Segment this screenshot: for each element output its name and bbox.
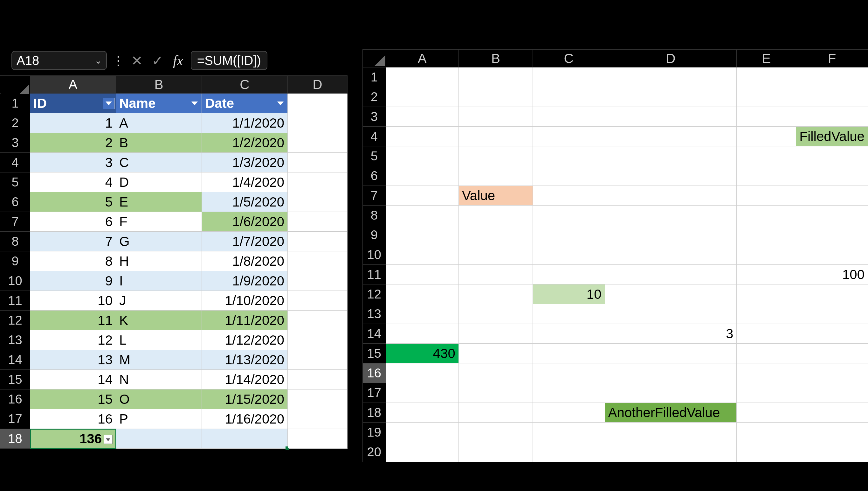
cell[interactable] [605, 107, 737, 127]
cell[interactable] [737, 265, 796, 285]
row-header[interactable]: 20 [363, 442, 386, 462]
column-header-F[interactable]: F [796, 50, 868, 67]
row-header[interactable]: 1 [0, 93, 30, 113]
row-header[interactable]: 8 [0, 232, 30, 251]
cell[interactable] [533, 423, 605, 442]
cell[interactable] [533, 304, 605, 324]
cell[interactable] [386, 146, 459, 166]
column-header-A[interactable]: A [30, 76, 116, 93]
cell[interactable] [737, 364, 796, 383]
row-header[interactable]: 4 [363, 127, 386, 146]
cell[interactable]: 1 [30, 113, 116, 133]
cell[interactable] [386, 403, 459, 423]
cell[interactable]: AnotherFilledValue [605, 403, 737, 423]
select-all-corner[interactable] [1, 77, 30, 94]
cell[interactable] [386, 324, 459, 344]
cell[interactable] [288, 172, 347, 192]
cell[interactable] [386, 166, 459, 186]
cell[interactable]: 8 [30, 251, 116, 271]
cell[interactable]: 11 [30, 311, 116, 330]
cell[interactable] [737, 87, 796, 107]
cell[interactable] [459, 67, 533, 87]
cell[interactable]: 7 [30, 232, 116, 251]
cell[interactable] [737, 186, 796, 206]
cell[interactable] [737, 127, 796, 146]
column-header-B[interactable]: B [459, 50, 533, 67]
cell[interactable]: 1/10/2020 [202, 291, 288, 311]
cell[interactable] [605, 423, 737, 442]
cell[interactable]: P [116, 409, 202, 429]
cell[interactable]: O [116, 389, 202, 409]
cell[interactable] [737, 403, 796, 423]
cell[interactable]: 1/16/2020 [202, 409, 288, 429]
row-header[interactable]: 1 [363, 67, 386, 87]
cell[interactable] [533, 127, 605, 146]
cell[interactable] [533, 344, 605, 364]
cell[interactable] [533, 383, 605, 403]
row-header[interactable]: 9 [0, 251, 30, 271]
row-header[interactable]: 8 [363, 206, 386, 225]
cell[interactable] [533, 186, 605, 206]
cell[interactable] [605, 364, 737, 383]
cell[interactable] [737, 344, 796, 364]
cell[interactable] [288, 113, 347, 133]
cell[interactable]: 1/3/2020 [202, 153, 288, 172]
row-header[interactable]: 10 [363, 245, 386, 265]
cell[interactable]: 5 [30, 192, 116, 212]
cell[interactable]: C [116, 153, 202, 172]
table-header-id[interactable]: ID [30, 93, 116, 113]
cell[interactable] [796, 245, 868, 265]
select-all-corner[interactable] [363, 49, 386, 67]
fx-icon[interactable]: fx [170, 53, 186, 69]
cell[interactable] [386, 186, 459, 206]
cell[interactable] [737, 206, 796, 225]
cell[interactable]: B [116, 133, 202, 153]
cell[interactable] [796, 423, 868, 442]
row-header[interactable]: 12 [363, 285, 386, 304]
cell[interactable] [459, 442, 533, 462]
table-header-date[interactable]: Date [202, 93, 288, 113]
row-header[interactable]: 14 [363, 324, 386, 344]
cell[interactable] [796, 206, 868, 225]
cell[interactable] [533, 206, 605, 225]
cell[interactable]: 1/6/2020 [202, 212, 288, 232]
cell[interactable] [605, 186, 737, 206]
row-header[interactable]: 4 [0, 153, 30, 172]
cell[interactable]: J [116, 291, 202, 311]
cell[interactable] [796, 364, 868, 383]
cell[interactable]: 16 [30, 409, 116, 429]
cell[interactable]: 1/8/2020 [202, 251, 288, 271]
row-header[interactable]: 11 [363, 265, 386, 285]
row-header[interactable]: 6 [0, 192, 30, 212]
cell[interactable] [386, 107, 459, 127]
cell[interactable]: 10 [533, 285, 605, 304]
row-header[interactable]: 15 [0, 370, 30, 389]
cell[interactable] [796, 67, 868, 87]
cell[interactable] [459, 423, 533, 442]
row-header[interactable]: 18 [0, 429, 30, 449]
cell[interactable] [288, 429, 347, 449]
cell[interactable] [796, 304, 868, 324]
filter-dropdown-icon[interactable] [189, 98, 200, 109]
cell[interactable] [459, 383, 533, 403]
cell[interactable]: 2 [30, 133, 116, 153]
cell[interactable]: A [116, 113, 202, 133]
row-header[interactable]: 17 [363, 383, 386, 403]
cell[interactable] [288, 192, 347, 212]
cell[interactable]: 430 [386, 344, 459, 364]
cell[interactable] [796, 87, 868, 107]
cell[interactable] [288, 251, 347, 271]
cell[interactable]: M [116, 350, 202, 370]
cell[interactable] [459, 324, 533, 344]
chevron-down-icon[interactable]: ⌄ [94, 55, 102, 66]
cell[interactable] [459, 127, 533, 146]
cell[interactable]: 1/11/2020 [202, 311, 288, 330]
cell[interactable]: 6 [30, 212, 116, 232]
cell[interactable] [796, 186, 868, 206]
cell[interactable]: 1/12/2020 [202, 330, 288, 350]
cell[interactable] [605, 67, 737, 87]
cell[interactable] [459, 107, 533, 127]
cell[interactable]: 1/7/2020 [202, 232, 288, 251]
cell[interactable] [796, 285, 868, 304]
row-header[interactable]: 3 [363, 107, 386, 127]
